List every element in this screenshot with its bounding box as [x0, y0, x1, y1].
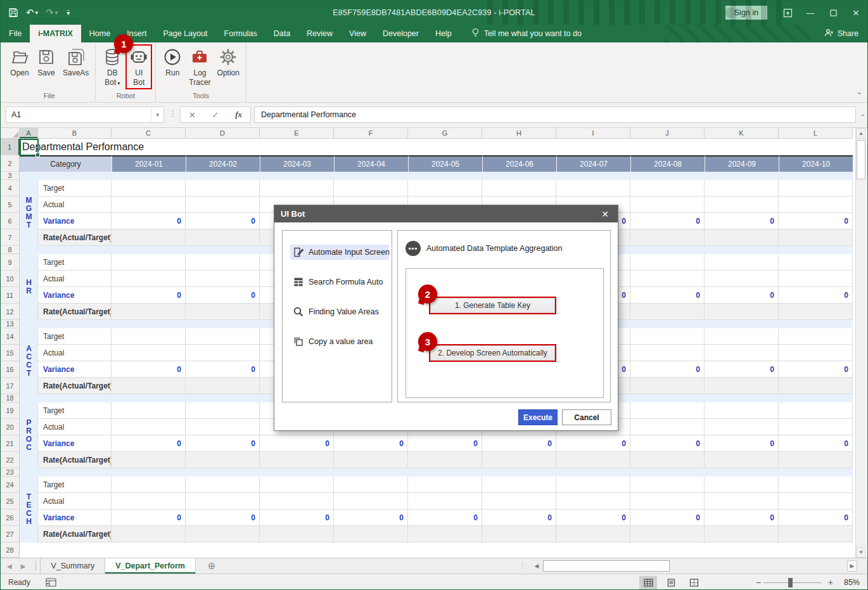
data-cell[interactable]: 0 — [630, 435, 705, 452]
data-cell[interactable] — [186, 402, 260, 419]
tab-scroll-splitter[interactable]: ⋮ — [519, 561, 527, 570]
data-cell[interactable]: 0 — [556, 435, 630, 452]
vertical-scrollbar[interactable]: ▲ ▼ — [855, 128, 866, 558]
data-cell[interactable]: 0 — [112, 361, 186, 378]
dialog-close-icon[interactable]: ✕ — [599, 209, 611, 219]
data-cell[interactable] — [482, 477, 556, 493]
dialog-menu-search-formula-auto[interactable]: Search Formula Auto — [290, 274, 389, 290]
data-cell[interactable]: 0 — [705, 287, 779, 304]
open-button[interactable]: Open — [7, 45, 32, 79]
row-label-actual[interactable]: Actual — [38, 196, 112, 213]
data-cell[interactable]: 0 — [705, 361, 779, 378]
data-cell[interactable]: 0 — [630, 213, 705, 229]
hscroll-left-icon[interactable]: ◀ — [532, 560, 542, 572]
data-cell[interactable]: 0 — [556, 510, 630, 526]
month-header-cell[interactable]: 2024-07 — [556, 155, 630, 172]
formula-bar-splitter[interactable]: ⋮ — [169, 109, 177, 118]
data-cell[interactable]: 0 — [112, 287, 186, 304]
data-cell[interactable] — [112, 345, 186, 361]
data-cell[interactable] — [334, 180, 408, 196]
data-cell[interactable] — [482, 452, 556, 468]
close-button[interactable]: ✕ — [845, 1, 867, 25]
prev-sheet-icon[interactable]: ◀ — [7, 563, 12, 570]
data-cell[interactable] — [334, 477, 408, 493]
log-tracer-button[interactable]: LogTracer — [186, 45, 213, 89]
data-cell[interactable] — [630, 378, 705, 394]
data-cell[interactable] — [779, 180, 853, 196]
row-header-17[interactable]: 17 — [1, 378, 20, 394]
data-cell[interactable] — [705, 378, 779, 394]
dialog-menu-copy-a-value-area[interactable]: Copy a value area — [290, 334, 389, 349]
data-cell[interactable] — [260, 526, 334, 542]
row-label-variance[interactable]: Variance — [38, 213, 112, 229]
month-header-cell[interactable]: 2024-03 — [260, 155, 334, 172]
data-cell[interactable] — [556, 452, 630, 468]
sign-in-button[interactable]: Sign in — [725, 6, 767, 20]
row-header-24[interactable]: 24 — [1, 477, 20, 493]
ribbon-display-options-icon[interactable] — [776, 1, 799, 25]
data-cell[interactable] — [112, 180, 186, 196]
data-cell[interactable] — [186, 419, 260, 435]
minimize-button[interactable]: — — [799, 1, 822, 25]
data-cell[interactable] — [186, 526, 260, 542]
column-header-j[interactable]: J — [630, 128, 705, 139]
expand-formula-bar-icon[interactable]: ⌄ — [860, 110, 865, 117]
row-header-28[interactable]: 28 — [1, 542, 20, 558]
row-header-13[interactable]: 13 — [1, 320, 20, 328]
execute-button[interactable]: Execute — [518, 409, 558, 425]
row-header-1[interactable]: 1 — [1, 139, 20, 155]
column-header-h[interactable]: H — [482, 128, 556, 139]
dialog-menu-finding-value-areas[interactable]: Finding Value Areas — [290, 304, 389, 319]
data-cell[interactable] — [186, 328, 260, 345]
row-header-3[interactable]: 3 — [1, 172, 20, 180]
cancel-button[interactable]: Cancel — [562, 409, 611, 425]
column-header-d[interactable]: D — [186, 128, 260, 139]
row-label-variance[interactable]: Variance — [38, 361, 112, 378]
data-cell[interactable] — [630, 180, 705, 196]
month-header-cell[interactable]: 2024-05 — [408, 155, 482, 172]
month-header-cell[interactable]: 2024-08 — [630, 155, 705, 172]
data-cell[interactable] — [705, 229, 779, 246]
data-cell[interactable] — [408, 526, 482, 542]
row-label-target[interactable]: Target — [38, 180, 112, 196]
row-header-27[interactable]: 27 — [1, 526, 20, 542]
tell-me-box[interactable]: Tell me what you want to do — [471, 25, 582, 42]
row-header-2[interactable]: 2 — [1, 155, 20, 172]
scroll-down-icon[interactable]: ▼ — [856, 547, 866, 558]
data-cell[interactable] — [186, 304, 260, 320]
column-header-l[interactable]: L — [779, 128, 853, 139]
data-cell[interactable] — [705, 196, 779, 213]
horizontal-scroll-thumb[interactable] — [543, 560, 670, 572]
data-cell[interactable] — [482, 493, 556, 510]
page-break-view-icon[interactable] — [685, 576, 703, 589]
name-box-dropdown-icon[interactable]: ▾ — [151, 107, 163, 122]
data-cell[interactable] — [112, 452, 186, 468]
next-sheet-icon[interactable]: ▶ — [21, 563, 26, 570]
row-header-5[interactable]: 5 — [1, 196, 20, 213]
column-header-e[interactable]: E — [260, 128, 334, 139]
formula-input[interactable]: Departmental Performance — [254, 106, 856, 123]
customize-qat-icon[interactable]: ▾̄ — [65, 10, 70, 16]
dialog-menu-automate-input-screen[interactable]: Automate Input Screen — [290, 245, 389, 260]
ribbon-tab-help[interactable]: Help — [427, 25, 460, 42]
data-cell[interactable] — [705, 402, 779, 419]
data-cell[interactable] — [779, 452, 853, 468]
data-cell[interactable] — [112, 229, 186, 246]
row-label-target[interactable]: Target — [38, 254, 112, 271]
data-cell[interactable] — [630, 493, 705, 510]
data-cell[interactable] — [705, 304, 779, 320]
row-header-6[interactable]: 6 — [1, 213, 20, 229]
data-cell[interactable]: 0 — [112, 435, 186, 452]
data-cell[interactable] — [630, 402, 705, 419]
data-cell[interactable] — [260, 493, 334, 510]
data-cell[interactable] — [112, 477, 186, 493]
data-cell[interactable] — [556, 493, 630, 510]
data-cell[interactable] — [630, 328, 705, 345]
data-cell[interactable]: 0 — [408, 435, 482, 452]
data-cell[interactable] — [556, 526, 630, 542]
ribbon-tab-page-layout[interactable]: Page Layout — [155, 25, 215, 42]
data-cell[interactable] — [408, 493, 482, 510]
data-cell[interactable] — [779, 493, 853, 510]
data-cell[interactable] — [186, 477, 260, 493]
sheet-tab-v-summary[interactable]: V_Summary — [40, 558, 105, 574]
